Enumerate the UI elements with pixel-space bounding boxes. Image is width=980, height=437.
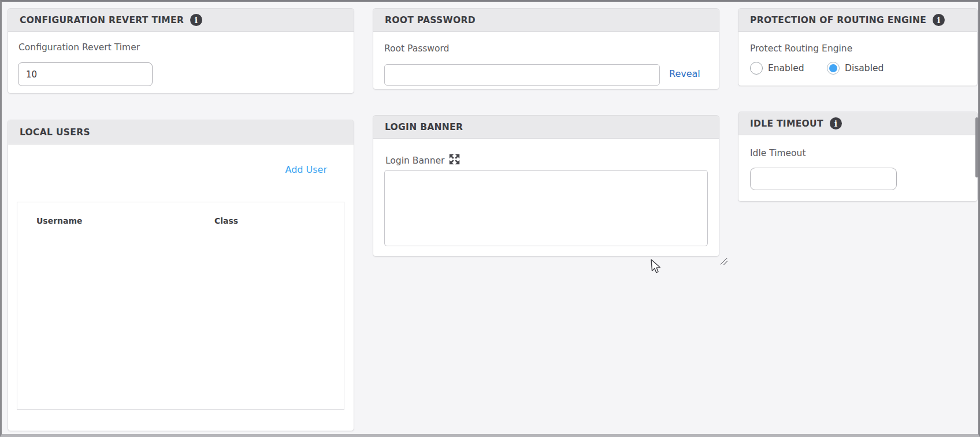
root-password-input[interactable] [384,64,660,86]
setup-security-page: CONFIGURATION REVERT TIMER i Configurati… [0,0,980,437]
reveal-link[interactable]: Reveal [669,68,700,79]
panel-header: ROOT PASSWORD [373,9,719,32]
expand-arrows-icon[interactable] [447,152,462,166]
panel-title: ROOT PASSWORD [385,15,476,25]
login-banner-label: Login Banner [385,152,462,166]
radio-enabled-circle[interactable] [750,62,763,75]
textarea-resize-grip[interactable] [721,258,727,265]
panel-header: IDLE TIMEOUT i [738,112,977,135]
table-header-row: Username Class [17,202,344,225]
idle-timeout-input[interactable] [750,168,897,190]
info-circle-icon[interactable]: i [933,14,945,26]
panel-header: LOCAL USERS [8,120,354,145]
info-circle-icon[interactable]: i [190,14,202,26]
radio-enabled-label: Enabled [768,63,804,73]
add-user-button[interactable]: Add User [285,164,327,175]
local-users-table: Username Class [17,202,344,410]
root-password-label: Root Password [384,43,449,54]
panel-title: PROTECTION OF ROUTING ENGINE [750,15,926,25]
panel-header: CONFIGURATION REVERT TIMER i [8,9,354,32]
panel-login-banner: LOGIN BANNER Login Banner [373,115,719,257]
panel-title: LOGIN BANNER [385,122,463,132]
panel-root-password: ROOT PASSWORD Root Password Reveal [373,8,719,90]
info-circle-icon[interactable]: i [830,117,842,129]
panel-configuration-revert-timer: CONFIGURATION REVERT TIMER i Configurati… [8,8,354,94]
svg-text:i: i [195,16,198,25]
radio-disabled[interactable]: Disabled [827,62,884,75]
config-revert-timer-label: Configuration Revert Timer [18,42,140,53]
panel-protection-routing-engine: PROTECTION OF ROUTING ENGINE i Protect R… [738,8,978,86]
login-banner-label-text: Login Banner [385,155,444,166]
radio-disabled-circle[interactable] [827,62,840,75]
panel-header: PROTECTION OF ROUTING ENGINE i [738,9,977,32]
login-banner-textarea[interactable] [384,170,708,246]
config-revert-timer-input[interactable] [18,62,153,86]
column-header-username: Username [17,216,214,225]
radio-disabled-label: Disabled [845,63,884,73]
radio-enabled[interactable]: Enabled [750,62,804,75]
vertical-scrollbar-thumb[interactable] [975,117,978,177]
protect-routing-engine-label: Protect Routing Engine [750,43,852,54]
panel-header: LOGIN BANNER [373,116,719,139]
idle-timeout-label: Idle Timeout [750,148,806,158]
mouse-cursor-icon [650,259,663,276]
panel-idle-timeout: IDLE TIMEOUT i Idle Timeout [738,112,978,202]
svg-text:i: i [937,16,941,25]
panel-local-users: LOCAL USERS Add User Username Class [8,120,354,431]
panel-title: IDLE TIMEOUT [750,118,823,129]
column-header-class: Class [214,216,238,225]
svg-text:i: i [834,119,838,128]
panel-title: CONFIGURATION REVERT TIMER [20,15,184,25]
panel-title: LOCAL USERS [20,127,90,138]
